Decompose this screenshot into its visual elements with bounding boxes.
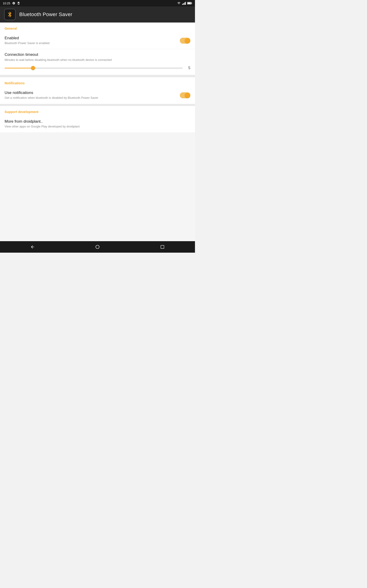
app-icon bbox=[4, 9, 16, 20]
notifications-pref-text: Use notifications Get a notification whe… bbox=[5, 90, 180, 100]
enabled-pref-text: Enabled Bluetooth Power Saver is enabled bbox=[5, 36, 180, 45]
enabled-subtitle: Bluetooth Power Saver is enabled bbox=[5, 41, 180, 45]
bottom-navigation bbox=[0, 241, 195, 253]
enabled-toggle[interactable] bbox=[180, 38, 190, 44]
timeout-subtitle: Minutes to wait before disabling bluetoo… bbox=[5, 58, 190, 62]
notifications-section-header: Notifications bbox=[0, 77, 195, 87]
time-display: 10:25 bbox=[3, 2, 10, 5]
notifications-toggle[interactable] bbox=[180, 92, 190, 98]
bluetooth-icon bbox=[7, 11, 13, 18]
enabled-toggle-knob bbox=[185, 38, 190, 43]
droidplant-title: More from droidplant.. bbox=[5, 119, 190, 124]
status-bar: 10:25 bbox=[0, 0, 195, 6]
droidplant-subtitle: View other apps on Google Play developed… bbox=[5, 124, 190, 129]
settings-icon bbox=[12, 2, 15, 5]
svg-rect-2 bbox=[187, 2, 191, 4]
more-from-droidplant-preference[interactable]: More from droidplant.. View other apps o… bbox=[0, 115, 195, 132]
recents-icon bbox=[160, 245, 165, 249]
divider-2 bbox=[0, 104, 195, 106]
app-title: Bluetooth Power Saver bbox=[19, 11, 72, 17]
back-button[interactable] bbox=[26, 242, 40, 251]
slider-row: 5 bbox=[5, 66, 190, 70]
support-section: Support development More from droidplant… bbox=[0, 106, 195, 132]
support-section-header: Support development bbox=[0, 106, 195, 115]
svg-point-3 bbox=[96, 245, 99, 249]
signal-icon bbox=[182, 2, 186, 5]
slider-track bbox=[5, 68, 183, 69]
connection-timeout-preference: Connection timeout Minutes to wait befor… bbox=[0, 49, 195, 75]
app-bar: Bluetooth Power Saver bbox=[0, 6, 195, 23]
sim-icon bbox=[17, 2, 20, 5]
back-icon bbox=[30, 245, 35, 249]
slider-value: 5 bbox=[186, 66, 190, 70]
wifi-icon bbox=[177, 2, 181, 5]
content-area: General Enabled Bluetooth Power Saver is… bbox=[0, 23, 195, 241]
svg-rect-4 bbox=[161, 245, 164, 249]
general-section: General Enabled Bluetooth Power Saver is… bbox=[0, 23, 195, 75]
svg-rect-1 bbox=[192, 3, 192, 4]
slider-thumb bbox=[31, 66, 35, 70]
notifications-section: Notifications Use notifications Get a no… bbox=[0, 77, 195, 104]
timeout-title: Connection timeout bbox=[5, 52, 190, 57]
notifications-title: Use notifications bbox=[5, 90, 180, 95]
recents-button[interactable] bbox=[156, 242, 169, 251]
enabled-title: Enabled bbox=[5, 36, 180, 40]
home-button[interactable] bbox=[91, 242, 104, 251]
battery-icon bbox=[187, 2, 192, 5]
timeout-slider-container[interactable] bbox=[5, 66, 183, 70]
divider-1 bbox=[0, 75, 195, 77]
home-icon bbox=[95, 245, 100, 249]
enabled-preference[interactable]: Enabled Bluetooth Power Saver is enabled bbox=[0, 32, 195, 49]
status-bar-left: 10:25 bbox=[3, 2, 20, 5]
use-notifications-preference[interactable]: Use notifications Get a notification whe… bbox=[0, 87, 195, 104]
droidplant-pref-text: More from droidplant.. View other apps o… bbox=[5, 119, 190, 129]
notifications-subtitle: Get a notification when bluetooth is dis… bbox=[5, 96, 180, 100]
notifications-toggle-knob bbox=[185, 93, 190, 98]
general-section-header: General bbox=[0, 23, 195, 32]
status-bar-right bbox=[177, 2, 192, 5]
